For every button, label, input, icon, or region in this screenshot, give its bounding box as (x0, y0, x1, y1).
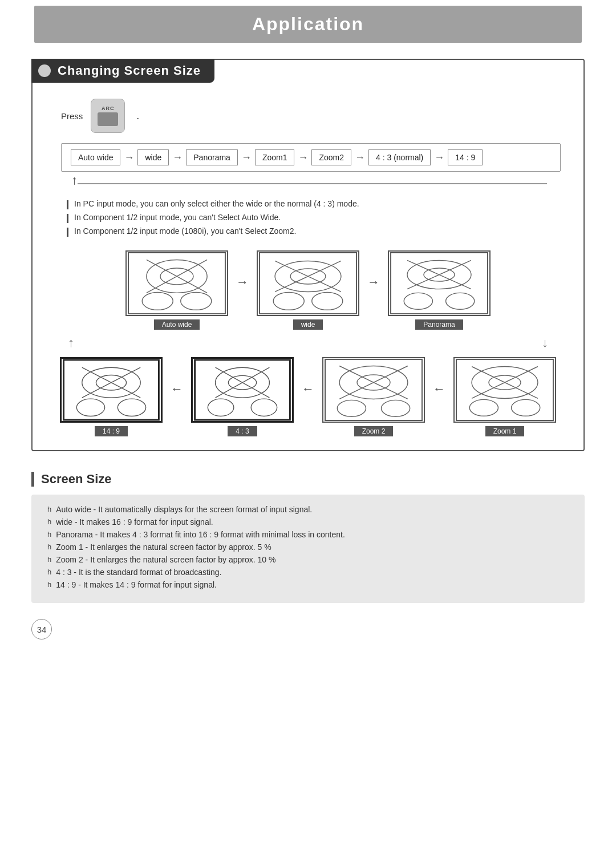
desc-3: h Panorama - It makes 4 : 3 format fit i… (47, 530, 569, 539)
return-line (78, 183, 547, 184)
h-mark-2: h (47, 517, 51, 526)
press-area: Press ARC . (61, 99, 561, 133)
arrow-6: → (434, 152, 444, 164)
arrow-top-2: → (367, 275, 380, 306)
diagram-zoom2: Zoom 2 (322, 357, 425, 436)
diagram-zoom1: Zoom 1 (453, 357, 556, 436)
mode-auto-wide: Auto wide (71, 149, 120, 165)
h-mark-5: h (47, 555, 51, 564)
down-arrow-right: ↓ (542, 335, 548, 350)
screen-zoom2 (322, 357, 425, 423)
desc-text-6: 4 : 3 - It is the standard format of bro… (56, 568, 221, 577)
h-mark-6: h (47, 568, 51, 576)
arrow-1: → (124, 152, 134, 164)
desc-6: h 4 : 3 - It is the standard format of b… (47, 568, 569, 577)
note-1: In PC input mode, you can only select ei… (67, 199, 555, 209)
notes-area: In PC input mode, you can only select ei… (67, 199, 555, 237)
arc-button: ARC (91, 99, 125, 133)
desc-2: h wide - It makes 16 : 9 format for inpu… (47, 517, 569, 527)
note-text-2: In Component 1/2 input mode, you can't S… (74, 213, 281, 222)
diagram-label-zoom2: Zoom 2 (354, 426, 394, 436)
screen-wide (257, 250, 359, 316)
h-mark-3: h (47, 530, 51, 539)
mode-149: 14 : 9 (448, 149, 483, 165)
desc-1: h Auto wide - It automatically displays … (47, 505, 569, 514)
arrow-5: → (355, 152, 365, 164)
arrow-bottom-2: ← (302, 382, 314, 412)
mode-zoom1: Zoom1 (255, 149, 295, 165)
screen-panorama (388, 250, 491, 316)
diagram-label-149: 14 : 9 (95, 426, 128, 436)
note-2: In Component 1/2 input mode, you can't S… (67, 213, 555, 223)
arrow-bottom-3: ← (433, 382, 445, 412)
diagram-panorama: Panorama (388, 250, 491, 330)
screen-size-section-header: Screen Size (31, 472, 585, 487)
desc-5: h Zoom 2 - It enlarges the natural scree… (47, 555, 569, 564)
page-number-text: 34 (37, 625, 47, 634)
changing-screen-size-section: Changing Screen Size Press ARC . Auto wi… (31, 59, 585, 451)
note-3: In Component 1/2 input mode (1080i), you… (67, 226, 555, 237)
section-header: Changing Screen Size (31, 59, 214, 83)
diagram-label-auto-wide: Auto wide (154, 319, 200, 330)
up-arrow-left: ↑ (68, 335, 74, 350)
desc-text-4: Zoom 1 - It enlarges the natural screen … (56, 543, 271, 552)
header-circle (38, 64, 51, 77)
screen-auto-wide (125, 250, 228, 316)
note-bar-2 (67, 214, 68, 223)
diagram-label-wide: wide (293, 319, 323, 330)
screen-43 (191, 357, 294, 423)
flow-return: ↑ (61, 172, 561, 189)
note-text-3: In Component 1/2 input mode (1080i), you… (74, 226, 296, 236)
screen-149 (60, 357, 163, 423)
press-label: Press (61, 111, 83, 121)
page-title-bar: Application (34, 6, 582, 43)
description-box: h Auto wide - It automatically displays … (31, 495, 585, 603)
diagram-label-43: 4 : 3 (228, 426, 257, 436)
arrow-top-1: → (236, 275, 249, 306)
diagram-149: 14 : 9 (60, 357, 163, 436)
page-title: Application (34, 14, 582, 35)
diagram-43: 4 : 3 (191, 357, 294, 436)
page-number-area: 34 (31, 619, 585, 639)
diagram-auto-wide: Auto wide (125, 250, 228, 330)
up-arrow-icon: ↑ (71, 173, 78, 188)
arrow-4: → (298, 152, 308, 164)
diagrams-bottom-row: 14 : 9 ← 4 : 3 ← (55, 357, 561, 436)
note-bar-1 (67, 200, 68, 209)
h-mark-4: h (47, 543, 51, 551)
desc-text-2: wide - It makes 16 : 9 format for input … (56, 517, 213, 527)
diagram-wide: wide (257, 250, 359, 330)
arc-label: ARC (102, 106, 115, 111)
note-text-1: In PC input mode, you can only select ei… (74, 199, 359, 208)
section-title: Changing Screen Size (58, 63, 201, 78)
note-bar-3 (67, 228, 68, 237)
arrow-bottom-1: ← (171, 382, 183, 412)
diagrams-top-row: Auto wide → wide → (55, 250, 561, 330)
vert-arrows-row: ↑ ↓ (55, 333, 561, 353)
screen-size-title: Screen Size (41, 472, 112, 487)
desc-7: h 14 : 9 - It makes 14 : 9 format for in… (47, 580, 569, 589)
page-number-circle: 34 (31, 619, 52, 639)
diagram-label-zoom1: Zoom 1 (485, 426, 525, 436)
diagram-label-panorama: Panorama (415, 319, 463, 330)
h-mark-1: h (47, 505, 51, 513)
h-mark-7: h (47, 580, 51, 589)
screen-zoom1 (453, 357, 556, 423)
arrow-2: → (172, 152, 183, 164)
desc-text-1: Auto wide - It automatically displays fo… (56, 505, 312, 514)
arrow-3: → (241, 152, 252, 164)
desc-text-7: 14 : 9 - It makes 14 : 9 format for inpu… (56, 580, 217, 589)
mode-panorama: Panorama (186, 149, 238, 165)
mode-zoom2: Zoom2 (311, 149, 351, 165)
press-dot: . (136, 110, 139, 122)
mode-wide: wide (137, 149, 169, 165)
arc-screen-icon (98, 112, 118, 126)
desc-text-5: Zoom 2 - It enlarges the natural screen … (56, 555, 275, 564)
desc-text-3: Panorama - It makes 4 : 3 format fit int… (56, 530, 345, 539)
desc-4: h Zoom 1 - It enlarges the natural scree… (47, 543, 569, 552)
mode-flow: Auto wide → wide → Panorama → Zoom1 → Zo… (61, 143, 561, 172)
mode-43normal: 4 : 3 (normal) (368, 149, 431, 165)
